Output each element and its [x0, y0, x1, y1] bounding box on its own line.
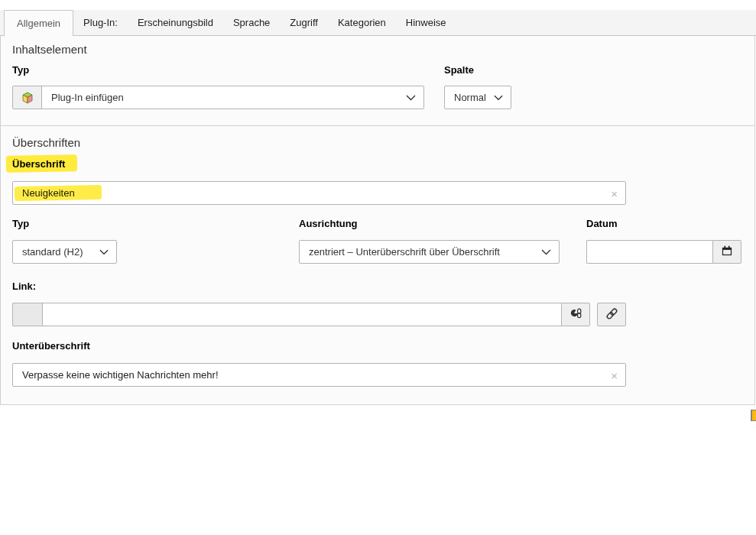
- select-content-type-value: Plug-In einfügen: [42, 92, 401, 103]
- tab-kategorien[interactable]: Kategorien: [328, 10, 396, 35]
- select-column[interactable]: Normal: [444, 86, 511, 109]
- label-typ-heading: Typ: [12, 218, 29, 229]
- link-browser-button[interactable]: [597, 303, 626, 326]
- select-column-value: Normal: [445, 92, 489, 103]
- tab-hinweise[interactable]: Hinweise: [396, 10, 456, 35]
- tab-allgemein[interactable]: Allgemein: [4, 10, 73, 36]
- label-link: Link:: [12, 280, 36, 292]
- label-typ-content: Typ: [12, 64, 29, 76]
- date-picker-button[interactable]: [712, 240, 741, 264]
- section-title-inhaltselement: Inhaltselement: [12, 43, 87, 56]
- tab-plug-in[interactable]: Plug-In:: [73, 10, 128, 35]
- section-divider: [1, 125, 754, 126]
- heading-input-wrap: ×: [12, 181, 626, 205]
- date-input[interactable]: [587, 241, 712, 263]
- chevron-down-icon: [95, 249, 116, 255]
- calendar-icon: [721, 245, 733, 259]
- plugin-cube-icon: [13, 86, 42, 109]
- link-input-group: [12, 303, 590, 326]
- date-input-group: [586, 240, 741, 264]
- label-unterueberschrift: Unterüberschrift: [12, 340, 90, 352]
- chevron-down-icon: [401, 95, 423, 101]
- label-spalte: Spalte: [444, 64, 474, 76]
- chevron-down-icon: [537, 249, 559, 255]
- notification-icon-partial: [751, 410, 756, 421]
- label-ueberschrift: Überschrift: [12, 158, 65, 170]
- subheading-input-wrap: ×: [12, 363, 626, 387]
- link-input[interactable]: [43, 303, 561, 326]
- tab-erscheinungsbild[interactable]: Erscheinungsbild: [128, 10, 223, 35]
- heading-input[interactable]: [13, 182, 625, 204]
- tab-sprache[interactable]: Sprache: [223, 10, 280, 35]
- link-prefix-box: [12, 303, 42, 326]
- section-title-ueberschriften: Überschriften: [12, 136, 80, 149]
- tab-bar: Allgemein Plug-In: Erscheinungsbild Spra…: [0, 10, 756, 36]
- subheading-input[interactable]: [13, 364, 625, 386]
- tab-content-panel: Inhaltselement Typ Plug-In einfügen Spal…: [0, 36, 755, 405]
- select-alignment[interactable]: zentriert – Unterüberschrift über Übersc…: [299, 240, 560, 264]
- label-datum: Datum: [586, 218, 617, 229]
- link-explanation-icon: [569, 307, 582, 322]
- link-explanation-button[interactable]: [561, 303, 590, 326]
- select-heading-type[interactable]: standard (H2): [12, 240, 117, 264]
- clear-input-icon[interactable]: ×: [611, 187, 618, 199]
- chevron-down-icon: [489, 95, 511, 101]
- label-ausrichtung: Ausrichtung: [299, 218, 358, 229]
- link-browser-icon: [605, 307, 618, 323]
- tab-zugriff[interactable]: Zugriff: [280, 10, 328, 35]
- select-alignment-value: zentriert – Unterüberschrift über Übersc…: [300, 246, 537, 258]
- select-heading-type-value: standard (H2): [13, 246, 95, 258]
- clear-input-icon[interactable]: ×: [611, 369, 618, 381]
- select-content-type[interactable]: Plug-In einfügen: [12, 86, 424, 109]
- form-engine-page: Allgemein Plug-In: Erscheinungsbild Spra…: [0, 0, 756, 535]
